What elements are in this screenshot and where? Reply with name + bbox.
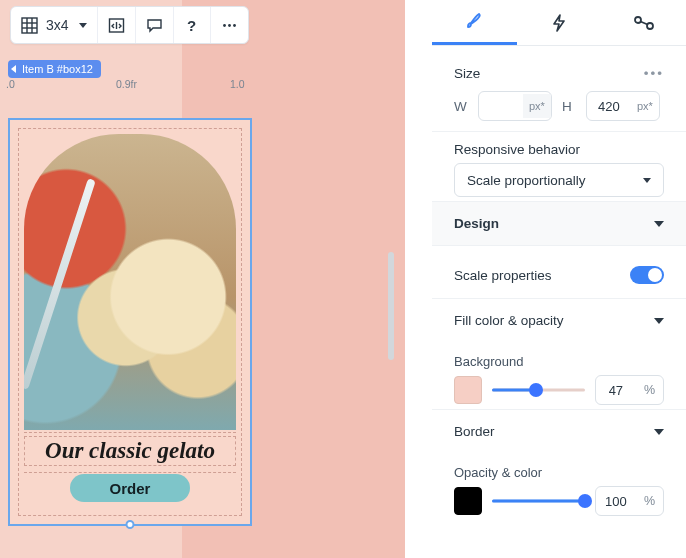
height-field[interactable] <box>587 99 631 114</box>
chat-icon <box>146 17 163 34</box>
design-section-header[interactable]: Design <box>432 201 686 246</box>
svg-point-9 <box>228 24 231 27</box>
more-icon <box>221 17 238 34</box>
ruler-tick-left: .0 <box>6 78 15 90</box>
percent-unit: % <box>636 383 663 397</box>
card-caption[interactable]: Our classic gelato <box>24 436 236 466</box>
height-label: H <box>562 99 576 114</box>
responsive-select[interactable]: Scale proportionally <box>454 163 664 197</box>
brush-icon <box>464 11 484 31</box>
width-label: W <box>454 99 468 114</box>
scale-props-label: Scale properties <box>454 268 552 283</box>
svg-point-11 <box>635 17 641 23</box>
border-section-title: Border <box>454 424 495 439</box>
svg-point-10 <box>233 24 236 27</box>
svg-point-8 <box>223 24 226 27</box>
chevron-down-icon <box>654 429 664 435</box>
selection-tag[interactable]: Item B #box12 <box>8 60 101 78</box>
border-section-header[interactable]: Border <box>432 410 686 453</box>
chevron-down-icon <box>79 23 87 28</box>
svg-point-12 <box>647 23 653 29</box>
panel-tabs <box>432 0 686 46</box>
border-opacity-field[interactable] <box>596 494 636 509</box>
size-label: Size <box>454 66 480 81</box>
scale-props-toggle[interactable] <box>630 266 664 284</box>
chevron-down-icon <box>643 178 651 183</box>
card-image[interactable] <box>24 134 236 430</box>
background-opacity-input[interactable]: % <box>595 375 664 405</box>
border-opacity-input[interactable]: % <box>595 486 664 516</box>
grid-icon <box>21 17 38 34</box>
ruler-tick-center: 0.9fr <box>116 78 137 90</box>
selection-tag-label: Item B #box12 <box>22 63 93 75</box>
background-opacity-field[interactable] <box>596 383 636 398</box>
svg-rect-0 <box>22 18 37 33</box>
chevron-down-icon <box>654 318 664 324</box>
border-color-swatch[interactable] <box>454 487 482 515</box>
tab-settings[interactable] <box>601 0 686 45</box>
height-unit: px* <box>631 100 659 112</box>
width-unit: px* <box>523 94 551 118</box>
design-section-title: Design <box>454 216 499 231</box>
more-button[interactable] <box>210 7 248 43</box>
svg-text:?: ? <box>187 17 196 34</box>
resize-handle-bottom[interactable] <box>126 520 135 529</box>
canvas-area: 3x4 ? Item B #box12 .0 0.9fr 1.0 Our cla… <box>0 0 405 558</box>
selected-element[interactable]: Our classic gelato Order <box>8 118 252 526</box>
layout-icon <box>108 17 125 34</box>
layout-mode-button[interactable] <box>97 7 135 43</box>
properties-panel: Size ••• W px* H px* Responsive behavior… <box>432 0 686 558</box>
canvas-scrollbar[interactable] <box>388 252 394 360</box>
width-input[interactable]: px* <box>478 91 552 121</box>
fill-section-header[interactable]: Fill color & opacity <box>432 299 686 342</box>
top-toolbar: 3x4 ? <box>10 6 249 44</box>
tab-design[interactable] <box>432 0 517 45</box>
width-field[interactable] <box>479 99 523 114</box>
chevron-down-icon <box>654 221 664 227</box>
help-button[interactable]: ? <box>173 7 210 43</box>
order-button[interactable]: Order <box>70 474 190 502</box>
responsive-value: Scale proportionally <box>467 173 586 188</box>
grid-size-label: 3x4 <box>46 17 69 33</box>
comment-button[interactable] <box>135 7 173 43</box>
tab-actions[interactable] <box>517 0 602 45</box>
help-icon: ? <box>184 17 200 34</box>
border-opacity-slider[interactable] <box>492 491 585 511</box>
background-label: Background <box>454 354 664 369</box>
background-swatch[interactable] <box>454 376 482 404</box>
ruler: .0 0.9fr 1.0 <box>0 78 250 96</box>
height-input[interactable]: px* <box>586 91 660 121</box>
percent-unit: % <box>636 494 663 508</box>
grid-size-selector[interactable]: 3x4 <box>11 7 97 43</box>
ruler-tick-right: 1.0 <box>230 78 245 90</box>
link-settings-icon <box>633 14 655 32</box>
opacity-color-label: Opacity & color <box>454 465 664 480</box>
responsive-label: Responsive behavior <box>454 142 664 157</box>
size-more-button[interactable]: ••• <box>644 66 664 81</box>
background-opacity-slider[interactable] <box>492 380 585 400</box>
fill-section-title: Fill color & opacity <box>454 313 564 328</box>
bolt-icon <box>550 13 568 33</box>
